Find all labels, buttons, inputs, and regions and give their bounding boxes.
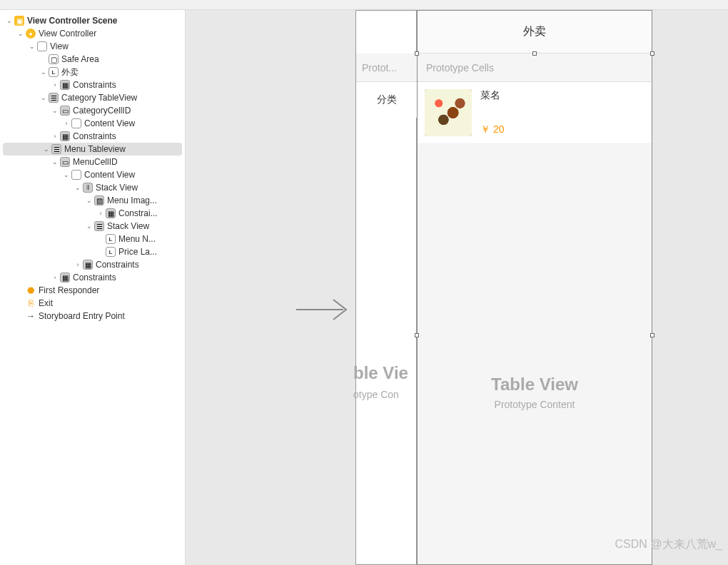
chevron-down-icon[interactable] bbox=[86, 197, 93, 204]
outline-row-view[interactable]: View bbox=[0, 40, 185, 53]
chevron-right-icon[interactable] bbox=[63, 120, 70, 127]
toolbar bbox=[0, 0, 728, 10]
outline-row-constraints-5[interactable]: ▦ Constraints bbox=[0, 271, 185, 284]
first-responder-icon: ⬣ bbox=[26, 285, 36, 295]
view-icon bbox=[71, 170, 81, 180]
constraints-icon: ▦ bbox=[83, 260, 93, 270]
outline-row-constraints-2[interactable]: ▦ Constraints bbox=[0, 130, 185, 143]
label-icon: L bbox=[49, 67, 59, 77]
menu-image-label: Menu Imag... bbox=[107, 195, 157, 205]
chevron-right-icon[interactable] bbox=[51, 81, 59, 88]
chevron-right-icon[interactable] bbox=[74, 261, 81, 268]
outline-row-contentview-1[interactable]: Content View bbox=[0, 117, 185, 130]
entry-point-label: Storyboard Entry Point bbox=[39, 311, 125, 321]
outline-row-category-cell[interactable]: ▭ CategoryCellID bbox=[0, 104, 185, 117]
chevron-down-icon[interactable] bbox=[74, 184, 81, 191]
entry-point-icon: → bbox=[26, 311, 36, 321]
constraints-label: Constraints bbox=[73, 273, 116, 282]
outline-row-label-waimai[interactable]: L 外卖 bbox=[0, 66, 185, 78]
constraints-label: Constraints bbox=[73, 80, 116, 90]
selection-handle[interactable] bbox=[415, 333, 419, 337]
safearea-label: Safe Area bbox=[61, 54, 99, 64]
selection-handle[interactable] bbox=[415, 51, 419, 56]
menuname-label: Menu N... bbox=[118, 234, 156, 244]
menu-cell-label: MenuCellID bbox=[73, 157, 118, 167]
outline-row-menu-name-label[interactable]: L Menu N... bbox=[0, 233, 185, 245]
stackview-icon: ⫴ bbox=[83, 183, 93, 193]
chevron-right-icon[interactable] bbox=[97, 210, 104, 217]
label-icon: L bbox=[106, 234, 116, 244]
left-device-preview[interactable]: Protot... 分类 ble Vie otype Con bbox=[355, 10, 417, 565]
constraints-label: Constraints bbox=[96, 260, 139, 270]
outline-row-scene[interactable]: ▣ View Controller Scene bbox=[0, 14, 185, 27]
waimai-label: 外卖 bbox=[61, 66, 79, 78]
chevron-down-icon[interactable] bbox=[86, 223, 93, 230]
imageview-icon: ▨ bbox=[94, 195, 104, 205]
outline-row-stackview-1[interactable]: ⫴ Stack View bbox=[0, 181, 185, 194]
nav-title: 外卖 bbox=[418, 11, 652, 54]
contentview-label: Content View bbox=[84, 118, 135, 128]
tableview-icon: ☰ bbox=[51, 144, 61, 154]
stackview-label: Stack View bbox=[96, 183, 138, 193]
chevron-down-icon[interactable] bbox=[17, 30, 24, 37]
selection-handle[interactable] bbox=[532, 51, 537, 56]
outline-row-stackview-2[interactable]: ☰ Stack View bbox=[0, 220, 185, 233]
selection-handle[interactable] bbox=[650, 51, 654, 56]
chevron-down-icon[interactable] bbox=[40, 68, 47, 76]
outline-row-entry-point[interactable]: → Storyboard Entry Point bbox=[0, 310, 185, 322]
chevron-right-icon[interactable] bbox=[51, 274, 59, 281]
constraints-label: Constrai... bbox=[118, 208, 158, 218]
outline-row-category-tableview[interactable]: ☰ Category TableView bbox=[0, 91, 185, 104]
storyboard-canvas[interactable]: Protot... 分类 ble Vie otype Con 外卖 Protot… bbox=[186, 10, 728, 565]
scene-label: View Controller Scene bbox=[27, 16, 118, 26]
outline-row-menu-tableview[interactable]: ☰ Menu Tableview bbox=[3, 143, 182, 156]
table-sub-placeholder-text: otype Con bbox=[353, 389, 399, 400]
chevron-down-icon[interactable] bbox=[51, 107, 59, 114]
outline-row-price-label[interactable]: L Price La... bbox=[0, 245, 185, 258]
entry-point-arrow-icon bbox=[296, 295, 353, 324]
menu-price-label: ￥ 20 bbox=[480, 123, 504, 136]
outline-row-menu-cell[interactable]: ▭ MenuCellID bbox=[0, 156, 185, 168]
outline-row-constraints-1[interactable]: ▦ Constraints bbox=[0, 78, 185, 91]
label-icon: L bbox=[106, 247, 116, 257]
outline-row-menu-image[interactable]: ▨ Menu Imag... bbox=[0, 194, 185, 207]
table-placeholder-sub: Prototype Content bbox=[418, 399, 652, 410]
main-device-preview[interactable]: 外卖 Prototype Cells 菜名 ￥ 20 Table View Pr… bbox=[417, 10, 652, 565]
view-icon bbox=[37, 41, 47, 51]
outline-row-viewcontroller[interactable]: ● View Controller bbox=[0, 27, 185, 40]
menu-prototype-cell[interactable]: 菜名 ￥ 20 bbox=[418, 82, 652, 144]
safearea-icon: ▢ bbox=[49, 54, 59, 64]
outline-row-constraints-3[interactable]: ▦ Constrai... bbox=[0, 207, 185, 220]
stackview-icon: ☰ bbox=[94, 221, 104, 231]
view-label: View bbox=[50, 41, 69, 51]
chevron-down-icon[interactable] bbox=[29, 43, 36, 50]
outline-row-exit[interactable]: ⎘ Exit bbox=[0, 297, 185, 310]
outline-row-safearea[interactable]: ▢ Safe Area bbox=[0, 53, 185, 66]
table-placeholder: Table View Prototype Content bbox=[418, 375, 652, 410]
prototype-cells-header: Prototype Cells bbox=[418, 54, 652, 82]
scene-icon: ▣ bbox=[14, 16, 24, 26]
chevron-down-icon[interactable] bbox=[43, 146, 50, 153]
menu-image-view bbox=[425, 89, 472, 136]
table-placeholder-title: Table View bbox=[418, 375, 652, 395]
constraints-icon: ▦ bbox=[60, 273, 70, 282]
outline-row-contentview-2[interactable]: Content View bbox=[0, 168, 185, 181]
chevron-down-icon[interactable] bbox=[63, 171, 70, 178]
selection-handle[interactable] bbox=[650, 333, 654, 337]
document-outline-panel[interactable]: ▣ View Controller Scene ● View Controlle… bbox=[0, 10, 186, 565]
constraints-icon: ▦ bbox=[60, 80, 70, 90]
vc-label: View Controller bbox=[39, 29, 96, 39]
contentview-label: Content View bbox=[84, 170, 135, 180]
chevron-down-icon[interactable] bbox=[51, 158, 59, 166]
constraints-label: Constraints bbox=[73, 131, 116, 141]
chevron-down-icon[interactable] bbox=[40, 94, 47, 101]
table-placeholder-text: ble Vie bbox=[353, 363, 408, 383]
category-table-label: Category TableView bbox=[61, 93, 137, 103]
chevron-right-icon[interactable] bbox=[51, 133, 59, 140]
chevron-down-icon[interactable] bbox=[6, 17, 13, 24]
first-responder-label: First Responder bbox=[39, 285, 99, 295]
outline-row-constraints-4[interactable]: ▦ Constraints bbox=[0, 258, 185, 271]
outline-row-first-responder[interactable]: ⬣ First Responder bbox=[0, 284, 185, 297]
tableview-icon: ☰ bbox=[49, 93, 59, 103]
viewcontroller-icon: ● bbox=[26, 29, 36, 39]
